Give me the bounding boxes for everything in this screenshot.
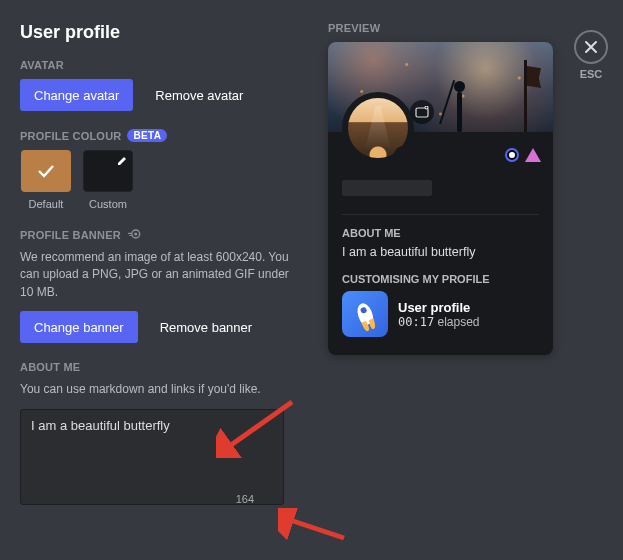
- profile-colour-label-text: PROFILE COLOUR: [20, 130, 121, 142]
- badge-triangle-icon: [525, 148, 541, 162]
- activity-elapsed: 00:17 elapsed: [398, 315, 480, 329]
- profile-badges: [505, 148, 541, 162]
- image-upload-icon: [415, 106, 429, 118]
- status-indicator: [394, 146, 412, 164]
- check-icon: [37, 164, 55, 178]
- rocket-icon: [355, 301, 376, 326]
- svg-rect-2: [128, 233, 132, 234]
- badge-circle-icon: [505, 148, 519, 162]
- close-button[interactable]: [574, 30, 608, 64]
- beta-badge: BETA: [127, 129, 167, 142]
- about-me-helper-text: You can use markdown and links if you'd …: [20, 381, 300, 398]
- activity-elapsed-time: 00:17: [398, 315, 434, 329]
- profile-banner-section-label: PROFILE BANNER: [20, 228, 310, 241]
- profile-banner-label-text: PROFILE BANNER: [20, 229, 121, 241]
- colour-swatch-custom-label: Custom: [89, 198, 127, 210]
- banner-helper-text: We recommend an image of at least 600x24…: [20, 249, 300, 301]
- preview-customising-label: CUSTOMISING MY PROFILE: [342, 273, 539, 285]
- close-icon: [584, 40, 598, 54]
- banner-silhouette-decoration: [445, 74, 475, 132]
- nitro-icon: [127, 228, 140, 241]
- remove-banner-button[interactable]: Remove banner: [146, 311, 267, 343]
- divider: [342, 214, 539, 215]
- preview-about-label: ABOUT ME: [342, 227, 539, 239]
- preview-username: [342, 180, 432, 196]
- banner-flag-decoration: [524, 60, 527, 132]
- svg-rect-3: [129, 235, 132, 236]
- profile-colour-section-label: PROFILE COLOUR BETA: [20, 129, 310, 142]
- pencil-icon: [116, 155, 128, 167]
- preview-about-text: I am a beautiful butterfly: [342, 245, 539, 259]
- colour-swatch-default-label: Default: [29, 198, 64, 210]
- preview-section-label: PREVIEW: [328, 22, 553, 34]
- activity-icon: [342, 291, 388, 337]
- preview-card: ABOUT ME I am a beautiful butterfly CUST…: [328, 42, 553, 355]
- colour-swatch-custom[interactable]: [83, 150, 133, 192]
- about-me-char-count: 164: [236, 493, 254, 505]
- page-title: User profile: [20, 22, 310, 43]
- avatar-section-label: AVATAR: [20, 59, 310, 71]
- close-label: ESC: [580, 68, 603, 80]
- colour-swatch-default[interactable]: [21, 150, 71, 192]
- activity-title: User profile: [398, 300, 480, 315]
- svg-point-1: [134, 232, 137, 235]
- change-banner-button[interactable]: Change banner: [20, 311, 138, 343]
- remove-avatar-button[interactable]: Remove avatar: [141, 79, 257, 111]
- change-avatar-button[interactable]: Change avatar: [20, 79, 133, 111]
- activity-elapsed-suffix: elapsed: [434, 315, 479, 329]
- about-me-section-label: ABOUT ME: [20, 361, 310, 373]
- about-me-input[interactable]: [20, 409, 284, 505]
- edit-banner-button[interactable]: [410, 100, 434, 124]
